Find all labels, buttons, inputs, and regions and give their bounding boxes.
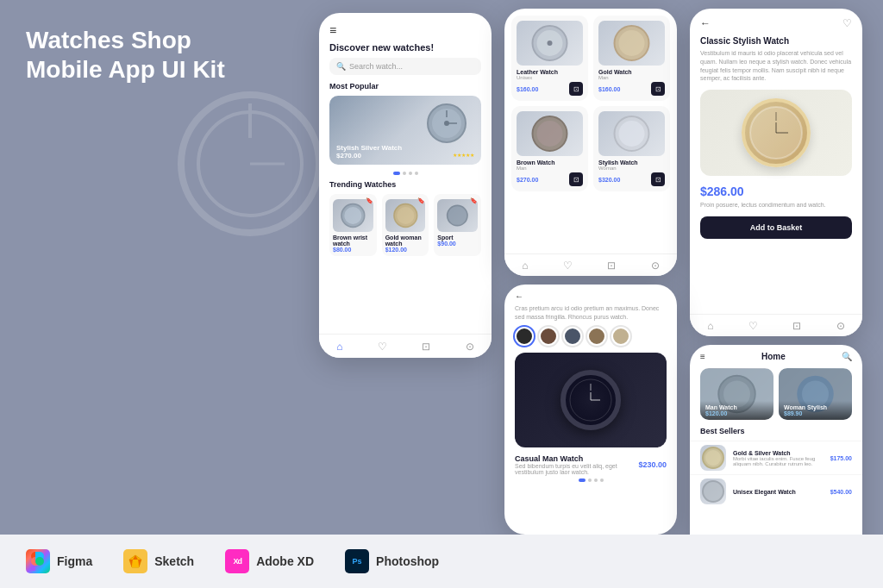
watch-detail-name: Classic Stylish Watch xyxy=(690,36,862,49)
p3-nav-cart[interactable]: ⊡ xyxy=(792,320,801,332)
p5-card-price-2: $89.90 xyxy=(784,410,847,416)
phone4-header: ← xyxy=(504,285,677,304)
p4-dot-3[interactable] xyxy=(594,479,598,482)
sketch-icon xyxy=(123,549,147,573)
title-line1: Watches Shop xyxy=(26,26,225,55)
trending-title: Trending Watches xyxy=(319,180,492,194)
title-section: Watches Shop Mobile App UI Kit xyxy=(26,26,225,84)
dot-4[interactable] xyxy=(415,172,418,175)
p4-watch-image xyxy=(515,353,667,447)
trend-name-3: Sport xyxy=(437,235,478,241)
nav-profile[interactable]: ⊙ xyxy=(466,341,474,353)
trend-item-1[interactable]: 🔖 Brown wrist watch $80.00 xyxy=(329,194,377,256)
add-to-cart-2[interactable]: ⊡ xyxy=(651,82,665,96)
add-to-basket-button[interactable]: Add to Basket xyxy=(700,216,852,239)
trend-watch-img-2 xyxy=(385,199,426,232)
figma-label: Figma xyxy=(57,554,92,568)
best-info-1: Gold & Silver Watch Morbi vitae iaculis … xyxy=(733,450,824,466)
svg-point-40 xyxy=(35,557,44,566)
hero-watch-info: Stylish Silver Watch $270.00 xyxy=(336,144,402,160)
trend-price-3: $90.00 xyxy=(437,241,478,247)
trend-item-2[interactable]: 🔖 Gold woman watch $120.00 xyxy=(382,194,429,256)
add-to-cart-1[interactable]: ⊡ xyxy=(569,82,583,96)
product-item-3[interactable]: Brown Watch Man $270.00 ⊡ xyxy=(511,106,588,191)
p2-nav-fav[interactable]: ♡ xyxy=(563,260,573,272)
color-option-gray[interactable] xyxy=(563,327,582,346)
svg-point-18 xyxy=(619,30,645,56)
ps-icon: Ps xyxy=(345,549,369,573)
watch-detail-small: Proin posuere, lectus condimentum and wa… xyxy=(690,202,862,216)
product-bottom-1: $160.00 ⊡ xyxy=(517,82,583,96)
p2-nav-home[interactable]: ⌂ xyxy=(522,260,528,272)
color-option-tan[interactable] xyxy=(587,327,606,346)
best-item-2[interactable]: Unisex Elegant Watch $540.00 xyxy=(690,474,862,508)
color-option-brown[interactable] xyxy=(539,327,558,346)
product-price-4: $320.00 xyxy=(598,177,620,183)
product-grid: Leather Watch Unisex $160.00 ⊡ Gold Watc… xyxy=(504,9,677,198)
product-item-1[interactable]: Leather Watch Unisex $160.00 ⊡ xyxy=(511,16,588,101)
add-to-cart-3[interactable]: ⊡ xyxy=(569,172,583,186)
p4-item-left: Casual Man Watch Sed bibendum turpis eu … xyxy=(515,454,638,475)
product-name-2: Gold Watch xyxy=(598,69,665,75)
p5-card-overlay-1: Man Watch $120.00 xyxy=(700,401,773,420)
back-arrow-icon[interactable]: ← xyxy=(700,17,711,29)
nav-cart[interactable]: ⊡ xyxy=(422,341,430,353)
discover-text: Discover new watches! xyxy=(319,42,492,58)
trend-price-2: $120.00 xyxy=(385,247,426,253)
trend-price-1: $80.00 xyxy=(333,247,373,253)
trend-name-1: Brown wrist watch xyxy=(333,235,373,247)
p2-nav-profile[interactable]: ⊙ xyxy=(651,260,660,272)
nav-home[interactable]: ⌂ xyxy=(336,341,342,353)
p5-card-2[interactable]: Woman Stylish $89.90 xyxy=(779,368,852,420)
p5-search-icon[interactable]: 🔍 xyxy=(842,352,852,361)
hero-watch-card[interactable]: Stylish Silver Watch $270.00 ★★★★★ xyxy=(329,96,481,165)
p4-item-name: Casual Man Watch xyxy=(515,454,638,463)
product-item-2[interactable]: Gold Watch Man $160.00 ⊡ xyxy=(593,16,670,101)
product-name-1: Leather Watch xyxy=(517,69,583,75)
p5-card-price-1: $120.00 xyxy=(705,410,768,416)
p3-nav-home[interactable]: ⌂ xyxy=(707,320,713,332)
trending-grid: 🔖 Brown wrist watch $80.00 🔖 Gold woman … xyxy=(319,194,492,263)
svg-point-20 xyxy=(537,121,563,147)
dot-2[interactable] xyxy=(403,172,406,175)
p2-nav-cart[interactable]: ⊡ xyxy=(607,260,616,272)
product-name-4: Stylish Watch xyxy=(598,160,665,166)
p4-dot-4[interactable] xyxy=(600,479,604,482)
color-option-beige[interactable] xyxy=(611,327,630,346)
product-bottom-2: $160.00 ⊡ xyxy=(598,82,665,96)
product-item-4[interactable]: Stylish Watch Woman $320.00 ⊡ xyxy=(593,106,670,191)
best-price-1: $175.00 xyxy=(830,455,852,461)
title-line2: Mobile App UI Kit xyxy=(26,55,225,84)
product-type-4: Woman xyxy=(598,166,665,171)
bottom-tools-bar: Figma Sketch Xd Adobe XD Ps Photoshop xyxy=(0,535,883,588)
svg-point-39 xyxy=(703,481,723,502)
product-bottom-3: $270.00 ⊡ xyxy=(517,172,583,186)
search-bar[interactable]: 🔍 Search watch... xyxy=(329,58,481,75)
hamburger-icon[interactable]: ≡ xyxy=(329,23,336,37)
p5-card-1[interactable]: Man Watch $120.00 xyxy=(700,368,773,420)
dot-3[interactable] xyxy=(409,172,412,175)
tool-figma: Figma xyxy=(26,549,92,573)
p3-nav-profile[interactable]: ⊙ xyxy=(836,320,845,332)
tool-xd: Xd Adobe XD xyxy=(225,549,314,573)
svg-point-10 xyxy=(344,207,361,224)
p3-nav-fav[interactable]: ♡ xyxy=(748,320,758,332)
product-img-4 xyxy=(598,111,665,156)
p4-dots xyxy=(504,475,677,485)
add-to-cart-4[interactable]: ⊡ xyxy=(651,172,665,186)
wishlist-icon[interactable]: ♡ xyxy=(842,17,852,29)
best-item-1[interactable]: Gold & Silver Watch Morbi vitae iaculis … xyxy=(690,441,862,474)
nav-favorites[interactable]: ♡ xyxy=(378,341,387,353)
p4-dot-1[interactable] xyxy=(579,479,586,482)
phone-product-detail: ← ♡ Classic Stylish Watch Vestibulum id … xyxy=(690,9,862,336)
svg-point-38 xyxy=(705,450,721,466)
product-price-2: $160.00 xyxy=(598,86,620,92)
sketch-label: Sketch xyxy=(154,554,194,568)
trend-item-3[interactable]: 🔖 Sport $90.00 xyxy=(434,194,481,256)
p4-back-icon[interactable]: ← xyxy=(515,291,523,301)
dot-1[interactable] xyxy=(393,172,400,175)
color-option-black[interactable] xyxy=(515,327,534,346)
p4-dot-2[interactable] xyxy=(588,479,592,482)
phone-color-selector: ← Cras pretium arcu id odio pretium an m… xyxy=(504,285,677,535)
best-price-2: $540.00 xyxy=(830,489,852,495)
